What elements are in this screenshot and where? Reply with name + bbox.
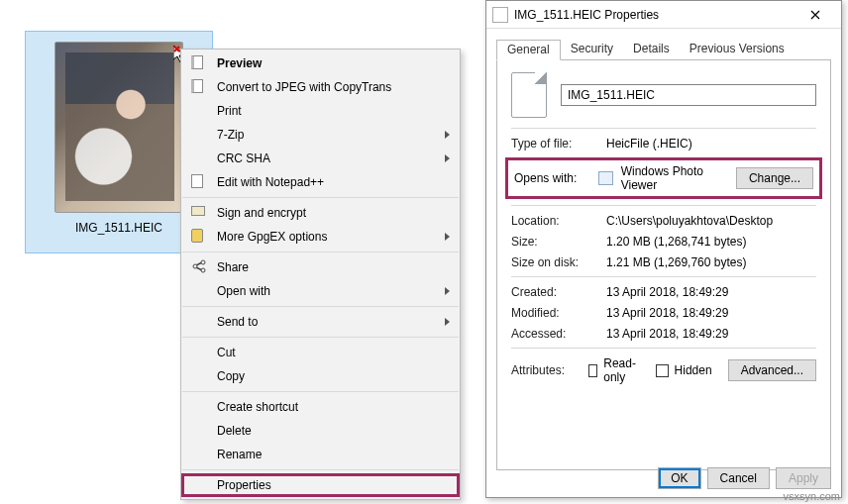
menu-print-label: Print [217, 104, 242, 118]
cancel-button[interactable]: Cancel [707, 467, 770, 489]
menu-delete-label: Delete [217, 424, 252, 438]
separator [182, 306, 459, 307]
checkbox-icon [656, 364, 669, 377]
opens-with-row: Opens with: Windows Photo Viewer Change.… [505, 157, 822, 199]
value-opens-with: Windows Photo Viewer [621, 164, 728, 192]
close-button[interactable] [795, 1, 835, 28]
mail-icon [191, 205, 207, 221]
value-size: 1.20 MB (1,268,741 bytes) [606, 235, 816, 249]
divider [511, 128, 816, 129]
menu-print[interactable]: Print [181, 99, 460, 123]
menu-openwith-label: Open with [217, 284, 270, 298]
label-opens-with: Opens with: [514, 171, 590, 185]
menu-rename-label: Rename [217, 448, 262, 461]
separator [182, 469, 459, 470]
tab-details[interactable]: Details [623, 40, 680, 60]
tab-general[interactable]: General [496, 40, 561, 60]
value-modified: 13 April 2018, 18:49:29 [606, 306, 816, 320]
label-created: Created: [511, 285, 606, 299]
label-size: Size: [511, 235, 606, 249]
label-attributes: Attributes: [511, 363, 588, 377]
value-size-on-disk: 1.21 MB (1,269,760 bytes) [606, 255, 816, 269]
dialog-button-bar: OK Cancel Apply [658, 467, 831, 489]
menu-shortcut-label: Create shortcut [217, 400, 298, 414]
menu-create-shortcut[interactable]: Create shortcut [181, 395, 460, 419]
menu-share[interactable]: Share [181, 255, 460, 279]
context-menu: Preview Convert to JPEG with CopyTrans P… [180, 49, 461, 500]
menu-sendto-label: Send to [217, 315, 258, 329]
value-created: 13 April 2018, 18:49:29 [606, 285, 816, 299]
tab-security[interactable]: Security [561, 40, 623, 60]
divider [511, 348, 816, 349]
label-size-on-disk: Size on disk: [511, 255, 606, 269]
hidden-label: Hidden [675, 363, 712, 377]
readonly-checkbox[interactable]: Read-only [588, 356, 640, 384]
label-modified: Modified: [511, 306, 606, 320]
svg-point-4 [193, 264, 197, 268]
menu-cut[interactable]: Cut [181, 341, 460, 364]
menu-properties-label: Properties [217, 478, 271, 492]
lock-icon [191, 229, 207, 245]
advanced-button[interactable]: Advanced... [728, 359, 816, 381]
menu-sign-label: Sign and encrypt [217, 206, 306, 220]
tab-previous-versions[interactable]: Previous Versions [680, 40, 795, 60]
menu-preview[interactable]: Preview [181, 51, 460, 75]
menu-crc-sha[interactable]: CRC SHA [181, 147, 460, 170]
file-thumbnail [54, 42, 183, 213]
watermark: vsxsyn.com [784, 490, 840, 502]
menu-npp-label: Edit with Notepad++ [217, 175, 324, 189]
menu-crc-label: CRC SHA [217, 151, 270, 165]
dialog-icon [492, 7, 508, 23]
menu-rename[interactable]: Rename [181, 443, 460, 466]
titlebar[interactable]: IMG_1511.HEIC Properties [486, 1, 841, 29]
divider [511, 276, 816, 277]
value-accessed: 13 April 2018, 18:49:29 [606, 327, 816, 341]
apply-button[interactable]: Apply [776, 467, 831, 489]
menu-copy-label: Copy [217, 369, 245, 383]
menu-edit-notepadpp[interactable]: Edit with Notepad++ [181, 170, 460, 194]
menu-open-with[interactable]: Open with [181, 279, 460, 303]
menu-preview-label: Preview [217, 56, 262, 70]
menu-sign-encrypt[interactable]: Sign and encrypt [181, 201, 460, 225]
menu-convert-label: Convert to JPEG with CopyTrans [217, 80, 391, 94]
value-location: C:\Users\poluyakhtova\Desktop [606, 214, 816, 228]
menu-share-label: Share [217, 260, 249, 274]
menu-cut-label: Cut [217, 346, 236, 359]
svg-point-5 [201, 268, 205, 272]
svg-point-3 [201, 260, 205, 264]
value-type: HeicFile (.HEIC) [606, 137, 816, 151]
file-icon [511, 72, 547, 118]
checkbox-icon [588, 364, 597, 377]
tabs: General Security Details Previous Versio… [496, 39, 831, 60]
menu-convert-jpeg[interactable]: Convert to JPEG with CopyTrans [181, 75, 460, 99]
separator [182, 337, 459, 338]
filename-input[interactable] [561, 84, 816, 106]
menu-gpgex[interactable]: More GpgEX options [181, 225, 460, 249]
menu-7zip[interactable]: 7-Zip [181, 123, 460, 147]
change-button[interactable]: Change... [736, 167, 813, 189]
separator [182, 197, 459, 198]
divider [511, 205, 816, 206]
dialog-title: IMG_1511.HEIC Properties [514, 8, 795, 22]
photo-viewer-icon [598, 171, 612, 185]
menu-send-to[interactable]: Send to [181, 310, 460, 334]
menu-delete[interactable]: Delete [181, 419, 460, 443]
ok-button[interactable]: OK [658, 467, 700, 489]
label-location: Location: [511, 214, 606, 228]
label-accessed: Accessed: [511, 327, 606, 341]
notepadpp-icon [191, 174, 207, 190]
hidden-checkbox[interactable]: Hidden [656, 363, 712, 377]
general-tab-body: Type of file: HeicFile (.HEIC) Opens wit… [496, 60, 831, 470]
separator [182, 391, 459, 392]
properties-dialog: IMG_1511.HEIC Properties General Securit… [485, 0, 842, 498]
convert-icon [191, 79, 207, 95]
label-type: Type of file: [511, 137, 606, 151]
menu-properties[interactable]: Properties [181, 473, 460, 497]
separator [182, 252, 459, 252]
menu-copy[interactable]: Copy [181, 364, 460, 388]
close-icon [810, 10, 820, 20]
menu-7zip-label: 7-Zip [217, 128, 244, 142]
readonly-label: Read-only [603, 356, 639, 384]
menu-gpgex-label: More GpgEX options [217, 230, 327, 244]
file-name-label: IMG_1511.HEIC [36, 221, 202, 235]
